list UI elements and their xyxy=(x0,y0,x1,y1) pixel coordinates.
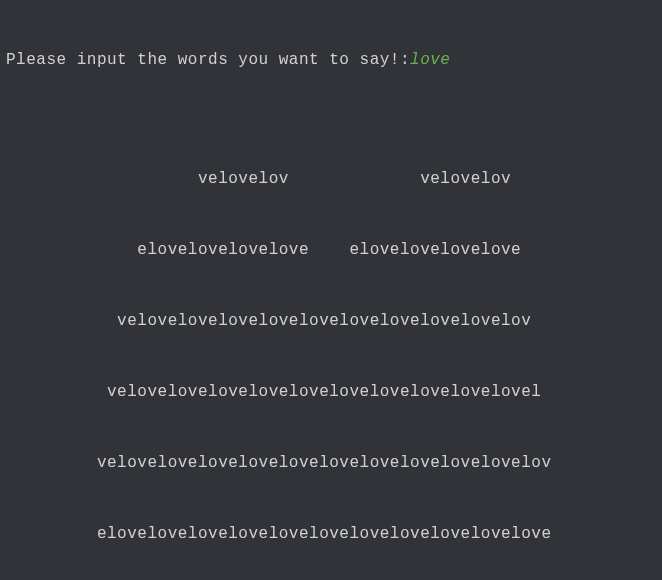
heart-line: elovelovelovelove elovelovelovelove xyxy=(6,239,656,263)
user-input[interactable]: love xyxy=(410,51,450,69)
heart-line: velovelovelovelovelovelovelovelovelovelo… xyxy=(6,310,656,334)
prompt-line: Please input the words you want to say!:… xyxy=(6,49,656,73)
prompt-label: Please input the words you want to say!: xyxy=(6,51,410,69)
heart-line: velovelovelovelovelovelovelovelovelovelo… xyxy=(6,381,656,405)
heart-output: velovelov velovelov elovelovelovelove el… xyxy=(6,120,656,580)
heart-line: velovelovelovelovelovelovelovelovelovelo… xyxy=(6,452,656,476)
heart-line: elovelovelovelovelovelovelovelovelovelov… xyxy=(6,523,656,547)
heart-line: velovelov velovelov xyxy=(6,168,656,192)
terminal-window: Please input the words you want to say!:… xyxy=(0,0,662,580)
